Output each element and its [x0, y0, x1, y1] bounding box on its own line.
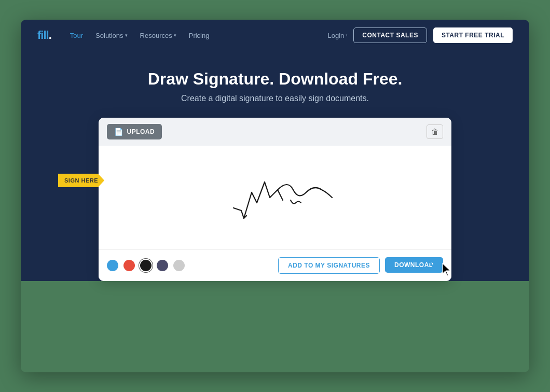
signature-drawing	[202, 161, 348, 234]
nav-links: Tour Solutions ▾ Resources ▾ Pricing	[70, 32, 328, 39]
navbar: fill. Tour Solutions ▾ Resources ▾ Prici…	[21, 20, 529, 51]
download-wrap: DOWNLOAD	[385, 257, 443, 274]
nav-right: Login › CONTACT SALES START FREE TRIAL	[327, 27, 513, 43]
solutions-chevron-icon: ▾	[125, 33, 128, 38]
nav-resources[interactable]: Resources ▾	[140, 32, 176, 39]
nav-solutions[interactable]: Solutions ▾	[95, 32, 127, 39]
upload-button[interactable]: 📄 UPLOAD	[107, 124, 162, 139]
signature-card-toolbar: 📄 UPLOAD 🗑	[99, 118, 451, 146]
login-link[interactable]: Login ›	[327, 32, 347, 39]
color-red[interactable]	[123, 260, 135, 271]
logo: fill.	[37, 29, 51, 42]
login-chevron-icon: ›	[346, 33, 347, 38]
nav-pricing[interactable]: Pricing	[189, 32, 210, 39]
start-trial-button[interactable]: START FREE TRIAL	[433, 27, 513, 43]
color-blue[interactable]	[107, 260, 118, 271]
trash-icon: 🗑	[431, 128, 438, 136]
color-light-gray[interactable]	[173, 260, 185, 271]
signature-canvas[interactable]	[99, 146, 451, 249]
contact-sales-button[interactable]: CONTACT SALES	[353, 27, 427, 43]
sign-here-badge: SIGN HERE	[58, 174, 104, 187]
color-black[interactable]	[140, 260, 152, 271]
signature-card: 📄 UPLOAD 🗑	[99, 118, 451, 281]
click-burst-icon	[428, 258, 437, 268]
nav-tour[interactable]: Tour	[70, 32, 83, 39]
browser-window: fill. Tour Solutions ▾ Resources ▾ Prici…	[21, 20, 529, 372]
hero-title: Draw Signature. Download Free.	[148, 69, 403, 89]
signature-card-bottom: ADD TO MY SIGNATURES DOWNLOAD	[99, 249, 451, 281]
hero-subtitle: Create a digital signature to easily sig…	[181, 94, 369, 103]
resources-chevron-icon: ▾	[174, 33, 176, 38]
add-to-signatures-button[interactable]: ADD TO MY SIGNATURES	[278, 257, 380, 274]
color-dark-gray[interactable]	[157, 260, 168, 271]
color-selector	[107, 260, 185, 271]
upload-icon: 📄	[114, 128, 123, 136]
signature-card-wrap: SIGN HERE 📄 UPLOAD 🗑	[99, 118, 451, 281]
hero-section: Draw Signature. Download Free. Create a …	[21, 51, 529, 281]
delete-button[interactable]: 🗑	[427, 124, 443, 139]
signature-actions: ADD TO MY SIGNATURES DOWNLOAD	[278, 257, 443, 274]
svg-line-4	[429, 260, 431, 262]
